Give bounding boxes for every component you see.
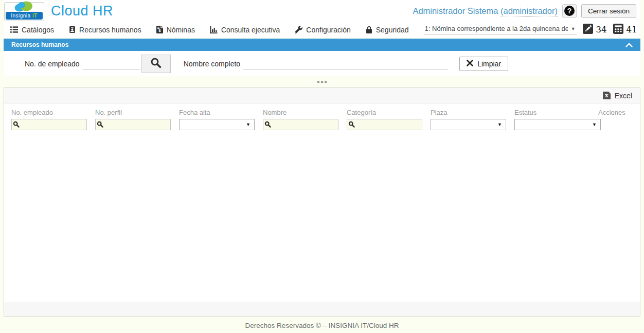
column-header-estatus: Estatus [514,109,598,116]
nav-label: Seguridad [376,26,409,34]
pencil-icon [583,24,593,36]
edited-count: 34 [596,25,607,34]
svg-text:$: $ [158,28,161,33]
chevron-down-icon: ▼ [246,122,251,127]
filter-select-estatus[interactable]: ▼ [514,119,601,130]
section-bar-recursos-humanos: Recursos humanos [4,39,640,51]
logout-button[interactable]: Cerrar sesión [581,4,636,18]
user-name: Administrador Sistema [413,6,498,15]
table-column-headers: No. empleado No. perfil Fecha alta Nombr… [4,103,640,119]
filter-input-nombre[interactable] [263,119,338,130]
employee-number-input[interactable] [83,58,140,69]
payroll-period-value: 1: Nómina correspondiente a la 2da quinc… [425,25,568,32]
help-icon: ? [564,6,575,16]
search-icon [264,121,271,128]
chevron-down-icon: ▼ [571,26,576,31]
filter-nombre [263,119,338,130]
filter-no-empleado [11,119,87,130]
table-footer-bar [4,303,640,316]
column-header-plaza: Plaza [431,109,514,116]
resize-dot [321,81,323,83]
nav-item-consulta-ejecutiva[interactable]: Consulta ejecutiva [210,26,280,34]
current-user-link[interactable]: Administrador Sistema (administrador) [413,6,558,16]
payroll-document-icon: $ [156,26,163,33]
column-header-nombre: Nombre [263,109,347,116]
export-excel-button[interactable]: x Excel [603,92,632,100]
full-name-input[interactable] [243,58,448,69]
search-icon [97,121,103,128]
user-account[interactable]: (administrador) [500,6,558,16]
filter-input-categoria[interactable] [347,119,422,130]
panel-resize-handle[interactable] [4,76,640,87]
search-icon [13,121,20,128]
table-filter-row: ▼ ▼ ▼ [4,119,640,135]
nav-item-nominas[interactable]: $ Nóminas [156,26,195,34]
nav-item-recursos-humanos[interactable]: Recursos humanos [69,26,141,34]
nav-item-configuracion[interactable]: Configuración [295,26,350,34]
nav-right: 1: Nómina correspondiente a la 2da quinc… [424,24,644,36]
column-header-no-perfil: No. perfil [95,109,179,116]
id-badge-icon [69,26,76,33]
search-button[interactable] [141,55,171,73]
filter-categoria [347,119,422,130]
filter-no-perfil [95,119,171,130]
column-header-fecha-alta: Fecha alta [179,109,263,116]
app-title: Cloud HR [51,3,113,19]
filter-input-no-perfil[interactable] [95,119,171,130]
logo-text-suffix: iT [32,13,38,19]
edited-counter-button[interactable]: 34 [583,24,607,36]
table-body-empty [4,135,640,303]
close-icon [467,60,473,68]
nav-label: Nóminas [167,26,195,34]
help-button[interactable]: ? [562,4,577,18]
wrench-icon [295,26,302,33]
search-icon [348,121,355,128]
chevron-down-icon: ▼ [497,122,502,127]
calculator-icon [613,24,623,36]
chevron-down-icon: ▼ [592,122,597,127]
clear-button[interactable]: Limpiar [459,57,508,71]
nav-label: Configuración [306,26,350,34]
employees-table-panel: x Excel No. empleado No. perfil Fecha al… [4,87,640,317]
employee-number-label: No. de empleado [25,60,80,68]
collapse-section-button[interactable] [625,40,633,49]
nav-label: Recursos humanos [79,26,141,34]
filter-input-no-empleado[interactable] [11,119,87,130]
clear-button-label: Limpiar [477,60,501,68]
insignia-logo: Insignia iT [4,2,44,21]
resize-dot [325,81,327,83]
filter-select-fecha-alta[interactable]: ▼ [179,119,255,130]
lock-icon [366,26,372,33]
logo-text-main: Insignia [11,13,30,19]
logo-text: Insignia iT [6,12,43,20]
nav-item-catalogos[interactable]: Catálogos [10,26,54,34]
list-icon [10,26,18,33]
resize-dot [317,81,319,83]
table-toolbar: x Excel [4,88,640,103]
excel-button-label: Excel [615,92,632,100]
page: Insignia iT Cloud HR Administrador Siste… [4,0,640,329]
calculated-counter-button[interactable]: 41 [613,24,637,36]
filter-none-acciones [598,119,633,130]
bar-chart-icon [210,26,218,33]
search-panel: No. de empleado Nombre completo Limpiar [4,51,640,76]
section-title: Recursos humanos [11,41,68,48]
column-header-categoria: Categoría [347,109,431,116]
nav-label: Consulta ejecutiva [221,26,280,34]
copyright-footer: Derechos Reservados © – INSIGNIA IT/Clou… [4,317,640,329]
payroll-period-select[interactable]: 1: Nómina correspondiente a la 2da quinc… [424,25,577,34]
full-name-label: Nombre completo [184,60,241,68]
column-header-no-empleado: No. empleado [11,109,95,116]
header-right: Administrador Sistema (administrador) ? … [413,4,640,18]
main-nav: Catálogos Recursos humanos $ Nóminas Con… [4,22,640,38]
calculated-count: 41 [627,25,637,34]
app-header: Insignia iT Cloud HR Administrador Siste… [4,0,640,22]
filter-select-plaza[interactable]: ▼ [431,119,506,130]
search-icon [150,57,162,70]
chevron-up-icon [625,40,633,49]
column-header-acciones: Acciones [598,109,633,116]
excel-icon: x [603,92,611,99]
nav-label: Catálogos [22,26,54,34]
nav-item-seguridad[interactable]: Seguridad [366,26,409,34]
